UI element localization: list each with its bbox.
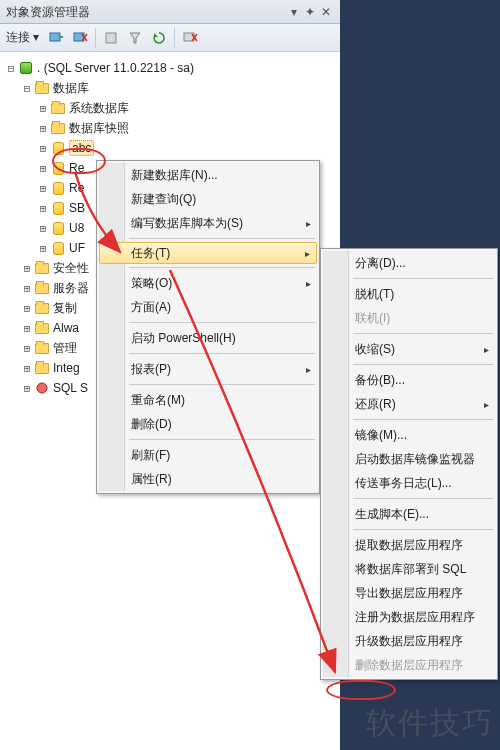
- filter-icon[interactable]: [126, 29, 144, 47]
- context-menu-tasks: 分离(D)... 脱机(T) 联机(I) 收缩(S) 备份(B)... 还原(R…: [320, 248, 498, 680]
- context-menu-database: 新建数据库(N)... 新建查询(Q) 编写数据库脚本为(S) 任务(T) 策略…: [96, 160, 320, 494]
- stop-icon[interactable]: [102, 29, 120, 47]
- menu-separator: [129, 238, 315, 239]
- node-label: Re: [69, 161, 84, 175]
- expander-icon[interactable]: ⊞: [36, 102, 50, 115]
- sql-agent-icon: [34, 380, 50, 396]
- tree-node-snapshot[interactable]: ⊞ 数据库快照: [4, 118, 336, 138]
- menu-separator: [353, 498, 493, 499]
- node-label: SB: [69, 201, 85, 215]
- menu-upgrade-dac[interactable]: 升级数据层应用程序: [323, 629, 495, 653]
- menu-new-query[interactable]: 新建查询(Q): [99, 187, 317, 211]
- menu-policies[interactable]: 策略(O): [99, 271, 317, 295]
- node-label: 系统数据库: [69, 100, 129, 117]
- folder-icon: [50, 100, 66, 116]
- menu-separator: [353, 419, 493, 420]
- panel-titlebar: 对象资源管理器 ▾ ✦ ✕: [0, 0, 340, 24]
- node-label: 服务器: [53, 280, 89, 297]
- expander-icon[interactable]: ⊞: [36, 162, 50, 175]
- menu-launch-mirror-monitor[interactable]: 启动数据库镜像监视器: [323, 447, 495, 471]
- expander-icon[interactable]: ⊞: [20, 342, 34, 355]
- menu-new-database[interactable]: 新建数据库(N)...: [99, 163, 317, 187]
- svg-rect-2: [106, 33, 116, 43]
- menu-script-db-as[interactable]: 编写数据库脚本为(S): [99, 211, 317, 235]
- expander-icon[interactable]: ⊞: [36, 182, 50, 195]
- expander-icon[interactable]: ⊞: [36, 222, 50, 235]
- menu-tasks[interactable]: 任务(T): [99, 242, 317, 264]
- menu-facets[interactable]: 方面(A): [99, 295, 317, 319]
- expander-icon[interactable]: ⊞: [20, 362, 34, 375]
- database-icon: [50, 200, 66, 216]
- node-label: 管理: [53, 340, 77, 357]
- folder-icon: [34, 320, 50, 336]
- node-label: 数据库: [53, 80, 89, 97]
- panel-dropdown-icon[interactable]: ▾: [286, 0, 302, 24]
- node-label: . (SQL Server 11.0.2218 - sa): [37, 61, 194, 75]
- expander-icon[interactable]: ⊞: [20, 262, 34, 275]
- expander-icon[interactable]: ⊞: [36, 242, 50, 255]
- menu-separator: [129, 384, 315, 385]
- database-icon: [50, 140, 66, 156]
- menu-refresh[interactable]: 刷新(F): [99, 443, 317, 467]
- expander-icon[interactable]: ⊞: [20, 302, 34, 315]
- menu-separator: [353, 278, 493, 279]
- connect-icon[interactable]: [47, 29, 65, 47]
- expander-icon[interactable]: ⊞: [20, 282, 34, 295]
- node-label: 数据库快照: [69, 120, 129, 137]
- tree-node-system-db[interactable]: ⊞ 系统数据库: [4, 98, 336, 118]
- disconnect-icon[interactable]: [71, 29, 89, 47]
- node-label: U8: [69, 221, 84, 235]
- menu-backup[interactable]: 备份(B)...: [323, 368, 495, 392]
- folder-icon: [34, 340, 50, 356]
- menu-delete[interactable]: 删除(D): [99, 412, 317, 436]
- expander-icon[interactable]: ⊞: [20, 382, 34, 395]
- folder-icon: [34, 360, 50, 376]
- menu-separator: [129, 267, 315, 268]
- node-label: 安全性: [53, 260, 89, 277]
- connect-dropdown[interactable]: 连接 ▾: [6, 29, 39, 46]
- panel-pin-icon[interactable]: ✦: [302, 0, 318, 24]
- expander-icon[interactable]: ⊟: [4, 62, 18, 75]
- menu-rename[interactable]: 重命名(M): [99, 388, 317, 412]
- folder-icon: [34, 260, 50, 276]
- delete-server-icon[interactable]: [181, 29, 199, 47]
- database-icon: [50, 220, 66, 236]
- node-label: Re: [69, 181, 84, 195]
- menu-mirror[interactable]: 镜像(M)...: [323, 423, 495, 447]
- expander-icon[interactable]: ⊟: [20, 82, 34, 95]
- menu-separator: [353, 364, 493, 365]
- menu-deploy-db-sql[interactable]: 将数据库部署到 SQL: [323, 557, 495, 581]
- tree-node-db-abc[interactable]: ⊞ abc: [4, 138, 336, 158]
- menu-offline[interactable]: 脱机(T): [323, 282, 495, 306]
- menu-detach[interactable]: 分离(D)...: [323, 251, 495, 275]
- expander-icon[interactable]: ⊞: [36, 122, 50, 135]
- expander-icon[interactable]: ⊞: [36, 142, 50, 155]
- node-label: Integ: [53, 361, 80, 375]
- tree-node-databases[interactable]: ⊟ 数据库: [4, 78, 336, 98]
- menu-shrink[interactable]: 收缩(S): [323, 337, 495, 361]
- menu-extract-dac[interactable]: 提取数据层应用程序: [323, 533, 495, 557]
- menu-properties[interactable]: 属性(R): [99, 467, 317, 491]
- menu-register-dac[interactable]: 注册为数据层应用程序: [323, 605, 495, 629]
- database-icon: [50, 240, 66, 256]
- menu-delete-dac: 删除数据层应用程序: [323, 653, 495, 677]
- menu-powershell[interactable]: 启动 PowerShell(H): [99, 326, 317, 350]
- menu-export-dac[interactable]: 导出数据层应用程序: [323, 581, 495, 605]
- panel-title: 对象资源管理器: [6, 0, 286, 24]
- menu-reports[interactable]: 报表(P): [99, 357, 317, 381]
- node-label: 复制: [53, 300, 77, 317]
- toolbar-separator: [174, 28, 175, 48]
- panel-toolbar: 连接 ▾: [0, 24, 340, 52]
- menu-ship-logs[interactable]: 传送事务日志(L)...: [323, 471, 495, 495]
- menu-online: 联机(I): [323, 306, 495, 330]
- menu-restore[interactable]: 还原(R): [323, 392, 495, 416]
- menu-generate-scripts[interactable]: 生成脚本(E)...: [323, 502, 495, 526]
- expander-icon[interactable]: ⊞: [20, 322, 34, 335]
- tree-node-server[interactable]: ⊟ . (SQL Server 11.0.2218 - sa): [4, 58, 336, 78]
- folder-icon: [34, 280, 50, 296]
- panel-close-icon[interactable]: ✕: [318, 0, 334, 24]
- refresh-icon[interactable]: [150, 29, 168, 47]
- svg-rect-0: [50, 33, 60, 41]
- menu-separator: [129, 353, 315, 354]
- expander-icon[interactable]: ⊞: [36, 202, 50, 215]
